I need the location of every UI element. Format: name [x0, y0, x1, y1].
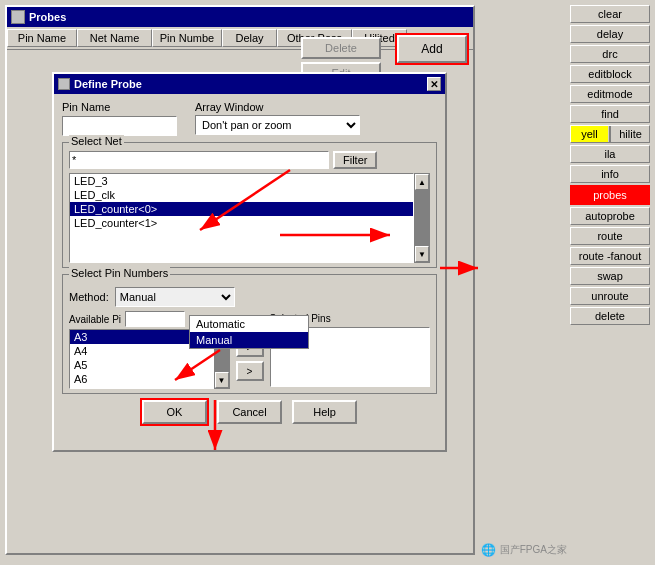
sidebar-editblock[interactable]: editblock	[570, 65, 650, 83]
sidebar-find[interactable]: find	[570, 105, 650, 123]
method-row: Method: Automatic Manual Automatic Manua…	[69, 287, 430, 307]
net-item-ledcounter0[interactable]: LED_counter<0>	[70, 202, 413, 216]
col-net-name: Net Name	[77, 29, 152, 47]
array-window-group: Array Window Don't pan or zoom	[195, 101, 360, 135]
delete-button[interactable]: Delete	[301, 37, 381, 59]
pin-numbers-group: Select Pin Numbers Method: Automatic Man…	[62, 274, 437, 394]
right-sidebar: clear delay drc editblock editmode find …	[570, 5, 650, 325]
cancel-button[interactable]: Cancel	[217, 400, 282, 424]
dialog-title: Define Probe	[74, 78, 142, 90]
dialog-icon	[58, 78, 70, 90]
define-probe-dialog: Define Probe ✕ Pin Name Array Window Don…	[52, 72, 447, 452]
sidebar-delete[interactable]: delete	[570, 307, 650, 325]
array-window-label: Array Window	[195, 101, 360, 113]
sidebar-divider	[609, 126, 611, 142]
avail-scroll-track	[215, 346, 229, 372]
sidebar-autoprobe[interactable]: autoprobe	[570, 207, 650, 225]
main-window: Probes Pin Name Net Name Pin Numbe Delay…	[5, 5, 475, 555]
col-delay: Delay	[222, 29, 277, 47]
net-item-ledclk[interactable]: LED_clk	[70, 188, 413, 202]
method-select[interactable]: Automatic Manual	[115, 287, 235, 307]
net-list[interactable]: LED_3 LED_clk LED_counter<0> LED_counter…	[69, 173, 414, 263]
available-pins-label: Available Pi	[69, 314, 121, 325]
pin-a8[interactable]: A8	[70, 386, 213, 389]
sidebar-delay[interactable]: delay	[570, 25, 650, 43]
sidebar-swap[interactable]: swap	[570, 267, 650, 285]
dropdown-automatic[interactable]: Automatic	[190, 316, 308, 332]
sidebar-route-fanout[interactable]: route -fanout	[570, 247, 650, 265]
watermark-text: 国产FPGA之家	[500, 543, 567, 557]
watermark: 🌐 国产FPGA之家	[481, 543, 567, 557]
col-pin-number: Pin Numbe	[152, 29, 222, 47]
sidebar-probes[interactable]: probes	[570, 185, 650, 205]
pin-array-row: Pin Name Array Window Don't pan or zoom	[62, 100, 437, 136]
method-label: Method:	[69, 291, 109, 303]
scroll-down[interactable]: ▼	[415, 246, 429, 262]
sidebar-hilite-row[interactable]: yell hilite	[570, 125, 650, 143]
sidebar-editmode[interactable]: editmode	[570, 85, 650, 103]
sidebar-unroute[interactable]: unroute	[570, 287, 650, 305]
title-bar: Probes	[7, 7, 473, 27]
net-item-led3[interactable]: LED_3	[70, 174, 413, 188]
sidebar-drc[interactable]: drc	[570, 45, 650, 63]
sidebar-info[interactable]: info	[570, 165, 650, 183]
sidebar-hilite[interactable]: hilite	[612, 126, 649, 142]
filter-button[interactable]: Filter	[333, 151, 377, 169]
add-button[interactable]: Add	[397, 35, 467, 63]
scroll-track	[415, 190, 429, 246]
method-dropdown-popup: Automatic Manual	[189, 315, 309, 349]
dropdown-manual[interactable]: Manual	[190, 332, 308, 348]
net-list-scrollbar[interactable]: ▲ ▼	[414, 173, 430, 263]
pin-numbers-label: Select Pin Numbers	[69, 267, 170, 279]
pin-name-label: Pin Name	[62, 100, 177, 136]
array-window-select[interactable]: Don't pan or zoom	[195, 115, 360, 135]
scroll-up[interactable]: ▲	[415, 174, 429, 190]
pin-name-input[interactable]	[62, 116, 177, 136]
window-icon	[11, 10, 25, 24]
net-item-ledcounter1[interactable]: LED_counter<1>	[70, 216, 413, 230]
select-net-label: Select Net	[69, 135, 124, 147]
pin-a5[interactable]: A5	[70, 358, 213, 372]
dialog-title-bar: Define Probe ✕	[54, 74, 445, 94]
transfer-all-button[interactable]: >	[236, 361, 264, 381]
dialog-body: Pin Name Array Window Don't pan or zoom	[54, 94, 445, 430]
dialog-buttons: OK Cancel Help	[62, 400, 437, 424]
sidebar-clear[interactable]: clear	[570, 5, 650, 23]
sidebar-route[interactable]: route	[570, 227, 650, 245]
window-title: Probes	[29, 11, 66, 23]
help-dialog-button[interactable]: Help	[292, 400, 357, 424]
avail-scroll-down[interactable]: ▼	[215, 372, 229, 388]
net-filter-input[interactable]	[69, 151, 329, 169]
pin-a6[interactable]: A6	[70, 372, 213, 386]
col-pin-name: Pin Name	[7, 29, 77, 47]
dialog-close-button[interactable]: ✕	[427, 77, 441, 91]
sidebar-yell[interactable]: yell	[571, 126, 608, 142]
select-net-group: Select Net Filter LED_3 LED_clk LED_coun…	[62, 142, 437, 268]
available-filter-input[interactable]	[125, 311, 185, 327]
ok-button[interactable]: OK	[142, 400, 207, 424]
sidebar-ila[interactable]: ila	[570, 145, 650, 163]
